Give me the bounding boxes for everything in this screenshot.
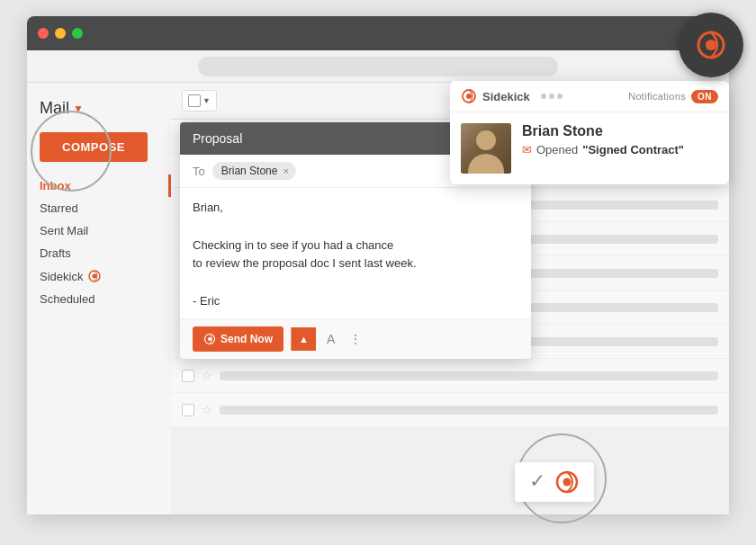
sidekick-small-icon	[87, 269, 102, 283]
titlebar	[27, 16, 729, 50]
sidebar-item-scheduled[interactable]: Scheduled	[40, 288, 171, 310]
svg-point-5	[208, 337, 212, 341]
svg-point-9	[466, 94, 472, 99]
email-icon: ✉	[522, 143, 532, 156]
action-text: Opened	[536, 143, 578, 156]
select-chevron-icon[interactable]: ▼	[202, 96, 211, 105]
svg-point-1	[706, 40, 716, 50]
dot-2	[549, 94, 554, 99]
recipient-name: Brian Stone	[221, 165, 278, 177]
address-bar-row	[27, 50, 729, 83]
compose-footer: Send Now ▲ A ⋮	[180, 318, 531, 359]
email-subject: "Signed Contract"	[582, 143, 684, 156]
format-text-icon[interactable]: A	[323, 328, 338, 350]
notification-action: ✉ Opened "Signed Contract"	[522, 143, 684, 156]
notification-popup: Sidekick Notifications ON Brian Stone ✉ …	[450, 81, 729, 184]
sidebar: Mail ▼ COMPOSE Inbox Starred Sent Mail D…	[27, 83, 171, 514]
svg-point-7	[563, 478, 572, 487]
remove-recipient-icon[interactable]: ×	[283, 165, 288, 176]
sidebar-item-sent[interactable]: Sent Mail	[40, 219, 171, 242]
sidekick-brand-icon	[461, 88, 477, 104]
avatar	[461, 123, 511, 174]
send-expand-button[interactable]: ▲	[291, 327, 316, 351]
notif-status-dots	[541, 94, 562, 99]
compose-body[interactable]: Brian, Checking in to see if you had a c…	[180, 188, 531, 318]
email-preview-bar	[220, 371, 718, 380]
compose-subject: Proposal	[193, 131, 242, 146]
notification-body: Brian Stone ✉ Opened "Signed Contract"	[450, 112, 729, 184]
email-checkbox[interactable]	[182, 404, 194, 416]
select-all-group[interactable]: ▼	[182, 90, 217, 112]
send-sidekick-icon	[203, 333, 216, 345]
minimize-button[interactable]	[55, 28, 66, 39]
mail-chevron-icon: ▼	[73, 103, 84, 115]
sidebar-item-sidekick[interactable]: Sidekick	[40, 264, 171, 288]
attach-file-icon[interactable]: ⋮	[346, 328, 365, 350]
person-name: Brian Stone	[522, 123, 684, 139]
sidekick-badge[interactable]	[679, 13, 743, 77]
sidekick-badge-icon	[694, 28, 728, 62]
tracking-check-icon: ✓	[529, 469, 545, 495]
notification-controls: Notifications ON	[628, 90, 718, 103]
notifications-toggle[interactable]: ON	[691, 90, 718, 103]
table-row[interactable]: ☆	[171, 359, 729, 393]
to-label: To	[193, 165, 205, 178]
svg-point-3	[93, 274, 97, 279]
close-button[interactable]	[38, 28, 49, 39]
avatar-image	[461, 123, 511, 174]
address-bar[interactable]	[198, 57, 558, 76]
notification-header: Sidekick Notifications ON	[450, 81, 729, 112]
dot-1	[541, 94, 546, 99]
mail-label: Mail	[40, 99, 69, 118]
sidebar-item-drafts[interactable]: Drafts	[40, 242, 171, 264]
star-icon[interactable]: ☆	[202, 369, 212, 382]
compose-wrapper: COMPOSE	[27, 127, 171, 174]
table-row[interactable]: ☆	[171, 393, 729, 427]
tracking-reload-icon	[554, 469, 580, 495]
recipient-chip[interactable]: Brian Stone ×	[212, 162, 296, 180]
sidebar-item-starred[interactable]: Starred	[40, 197, 171, 219]
select-all-checkbox[interactable]	[188, 94, 201, 107]
email-checkbox[interactable]	[182, 370, 194, 382]
email-preview-bar	[220, 406, 718, 415]
send-now-button[interactable]: Send Now	[193, 326, 284, 352]
mail-header[interactable]: Mail ▼	[27, 94, 171, 127]
compose-body-text: Brian, Checking in to see if you had a c…	[193, 199, 518, 311]
sidebar-item-inbox[interactable]: Inbox	[40, 174, 171, 197]
star-icon[interactable]: ☆	[202, 403, 212, 416]
notification-info: Brian Stone ✉ Opened "Signed Contract"	[522, 123, 684, 156]
sidebar-nav: Inbox Starred Sent Mail Drafts Sidekick	[27, 174, 171, 310]
brand-name: Sidekick	[482, 90, 530, 103]
notification-brand: Sidekick	[461, 88, 562, 104]
tracking-icons-panel: ✓	[515, 462, 594, 502]
compose-button[interactable]: COMPOSE	[40, 132, 148, 162]
notifications-label: Notifications	[628, 91, 686, 102]
dot-3	[557, 94, 562, 99]
maximize-button[interactable]	[72, 28, 83, 39]
